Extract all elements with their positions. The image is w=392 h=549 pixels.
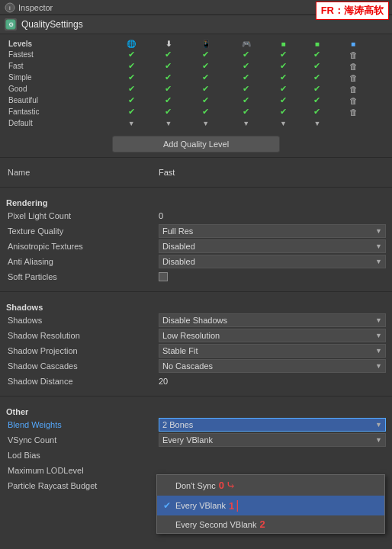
max-lod-level-label: Maximum LODLevel bbox=[6, 466, 159, 475]
tab-label: Inspector bbox=[18, 3, 53, 12]
row-name-fantastic: Fantastic bbox=[6, 106, 111, 117]
name-value: Fast bbox=[159, 168, 386, 177]
levels-table: Levels 🌐 ⬇ 📱 🎮 ■ ■ ■ Fastest ✔ ✔ ✔ bbox=[6, 39, 386, 128]
rendering-header: Rendering bbox=[6, 198, 386, 207]
blend-weights-dropdown[interactable]: 2 Bones ▼ bbox=[159, 418, 386, 432]
vsync-option-every-vblank[interactable]: ✔ Every VBlank 1 | bbox=[157, 496, 384, 515]
anisotropic-textures-value[interactable]: Disabled ▼ bbox=[159, 239, 386, 253]
shadow-resolution-value[interactable]: Low Resolution ▼ bbox=[159, 329, 386, 342]
check: ✔ bbox=[165, 84, 172, 93]
name-field-row: Name Fast bbox=[6, 165, 386, 179]
shadow-projection-value[interactable]: Stable Fit ▼ bbox=[159, 344, 386, 358]
vsync-dropdown-popup: Don't Sync 0 ⤷ ✔ Every VBlank 1 | Every … bbox=[156, 474, 385, 534]
arrow-down-icon: ▼ bbox=[202, 120, 209, 127]
check: ✔ bbox=[243, 50, 249, 59]
arrow-down-icon: ▼ bbox=[165, 120, 172, 127]
other-header: Other bbox=[6, 407, 386, 416]
anti-aliasing-text: Disabled bbox=[162, 257, 195, 266]
check: ✔ bbox=[165, 95, 172, 104]
shadow-cascades-row: Shadow Cascades No Cascades ▼ bbox=[6, 359, 386, 373]
check: ✔ bbox=[313, 50, 320, 59]
svg-text:⚙: ⚙ bbox=[8, 21, 14, 28]
icon-col-1: 🌐 bbox=[111, 39, 152, 49]
soft-particles-value bbox=[159, 272, 386, 281]
check: ✔ bbox=[280, 72, 287, 82]
table-row: Fast ✔ ✔ ✔ ✔ ✔ ✔ 🗑 bbox=[6, 60, 386, 72]
table-row: Fastest ✔ ✔ ✔ ✔ ✔ ✔ 🗑 bbox=[6, 49, 386, 60]
check: ✔ bbox=[280, 95, 287, 104]
delete-button[interactable]: 🗑 bbox=[349, 108, 358, 117]
dropdown-arrow-icon: ▼ bbox=[375, 347, 382, 355]
divider bbox=[0, 291, 392, 292]
texture-quality-dropdown[interactable]: Full Res ▼ bbox=[159, 224, 386, 238]
shadow-distance-value: 20 bbox=[159, 377, 386, 386]
shadow-distance-row: Shadow Distance 20 bbox=[6, 374, 386, 388]
check: ✔ bbox=[313, 72, 320, 82]
delete-button[interactable]: 🗑 bbox=[349, 62, 358, 71]
check: ✔ bbox=[202, 72, 209, 82]
texture-quality-label: Texture Quality bbox=[6, 226, 159, 236]
default-label: Default bbox=[6, 117, 111, 128]
dropdown-arrow-icon: ▼ bbox=[375, 436, 382, 444]
particle-raycast-label: Particle Raycast Budget bbox=[6, 481, 159, 490]
row-name-fast: Fast bbox=[6, 60, 111, 72]
shadow-resolution-dropdown[interactable]: Low Resolution ▼ bbox=[159, 329, 386, 342]
shadow-projection-row: Shadow Projection Stable Fit ▼ bbox=[6, 344, 386, 358]
blend-weights-value[interactable]: 2 Bones ▼ bbox=[159, 418, 386, 432]
shadow-cascades-label: Shadow Cascades bbox=[6, 361, 159, 371]
anisotropic-textures-row: Anisotropic Textures Disabled ▼ bbox=[6, 239, 386, 253]
check: ✔ bbox=[128, 84, 135, 93]
check: ✔ bbox=[165, 50, 172, 59]
shadows-label: Shadows bbox=[6, 316, 159, 325]
icon-col-7: ■ bbox=[334, 39, 372, 49]
shadow-projection-dropdown[interactable]: Stable Fit ▼ bbox=[159, 344, 386, 358]
arrow-right-icon: ⤷ bbox=[226, 478, 236, 493]
vsync-option-every-second-vblank[interactable]: Every Second VBlank 2 bbox=[157, 515, 384, 533]
shadow-resolution-row: Shadow Resolution Low Resolution ▼ bbox=[6, 329, 386, 342]
texture-quality-text: Full Res bbox=[162, 226, 193, 236]
arrow-down-icon: ▼ bbox=[243, 120, 249, 127]
anti-aliasing-dropdown[interactable]: Disabled ▼ bbox=[159, 255, 386, 268]
delete-col-header bbox=[372, 39, 386, 49]
vsync-option-number: 0 bbox=[219, 480, 224, 491]
table-row: Simple ✔ ✔ ✔ ✔ ✔ ✔ 🗑 bbox=[6, 72, 386, 83]
anti-aliasing-value[interactable]: Disabled ▼ bbox=[159, 255, 386, 268]
shadow-cascades-dropdown[interactable]: No Cascades ▼ bbox=[159, 359, 386, 373]
default-row: Default ▼ ▼ ▼ ▼ ▼ ▼ bbox=[6, 117, 386, 128]
vsync-count-value[interactable]: Every VBlank ▼ bbox=[159, 433, 386, 447]
check: ✔ bbox=[280, 107, 287, 116]
icon-col-4: 🎮 bbox=[226, 39, 266, 49]
lod-bias-row: Lod Bias bbox=[6, 448, 386, 462]
add-quality-button[interactable]: Add Quality Level bbox=[112, 136, 280, 152]
delete-button[interactable]: 🗑 bbox=[349, 96, 358, 105]
watermark: FR：海涛高软 bbox=[316, 2, 389, 20]
anti-aliasing-row: Anti Aliasing Disabled ▼ bbox=[6, 255, 386, 268]
pipe-icon: | bbox=[236, 499, 239, 512]
shadow-distance-label: Shadow Distance bbox=[6, 377, 159, 386]
dropdown-arrow-icon: ▼ bbox=[375, 258, 382, 265]
shadows-value[interactable]: Disable Shadows ▼ bbox=[159, 313, 386, 327]
vsync-option-label: Every Second VBlank bbox=[175, 520, 256, 529]
check: ✔ bbox=[280, 61, 287, 70]
soft-particles-checkbox[interactable] bbox=[159, 272, 168, 281]
vsync-count-dropdown[interactable]: Every VBlank ▼ bbox=[159, 433, 386, 447]
check: ✔ bbox=[128, 72, 135, 82]
inspector-panel: ⚙ QualitySettings Levels 🌐 ⬇ 📱 🎮 ■ ■ ■ bbox=[0, 15, 392, 549]
shadows-dropdown[interactable]: Disable Shadows ▼ bbox=[159, 313, 386, 327]
delete-button[interactable]: 🗑 bbox=[349, 85, 358, 94]
check: ✔ bbox=[128, 107, 135, 116]
anisotropic-textures-dropdown[interactable]: Disabled ▼ bbox=[159, 239, 386, 253]
vsync-option-dont-sync[interactable]: Don't Sync 0 ⤷ bbox=[157, 475, 384, 496]
check: ✔ bbox=[313, 84, 320, 93]
shadow-cascades-value[interactable]: No Cascades ▼ bbox=[159, 359, 386, 373]
anti-aliasing-label: Anti Aliasing bbox=[6, 257, 159, 266]
delete-button[interactable]: 🗑 bbox=[349, 50, 358, 59]
check: ✔ bbox=[165, 107, 172, 116]
vsync-option-number: 2 bbox=[259, 518, 265, 530]
delete-button[interactable]: 🗑 bbox=[349, 73, 358, 82]
anisotropic-textures-label: Anisotropic Textures bbox=[6, 242, 159, 251]
check: ✔ bbox=[280, 50, 287, 59]
svg-text:i: i bbox=[9, 5, 11, 11]
check: ✔ bbox=[128, 95, 135, 104]
texture-quality-value[interactable]: Full Res ▼ bbox=[159, 224, 386, 238]
